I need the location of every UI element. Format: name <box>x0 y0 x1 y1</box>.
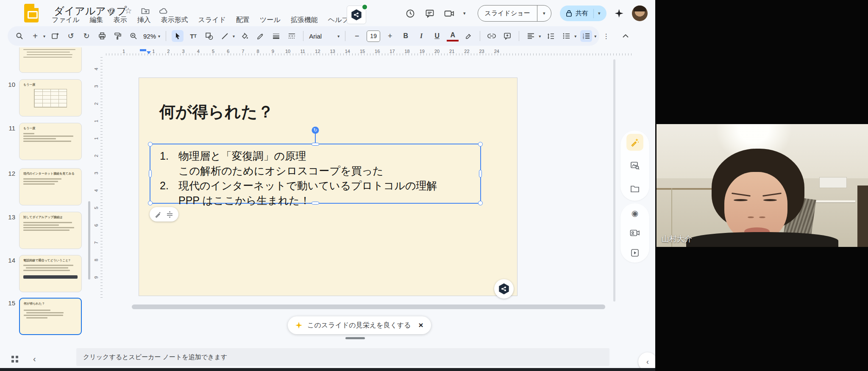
slide-thumbnail-12[interactable]: 現代のインターネット接続を見てみる <box>19 168 82 205</box>
border-weight-icon[interactable] <box>270 30 282 42</box>
slide-thumbnail-11[interactable]: もう一度 <box>19 123 82 160</box>
font-family-caret[interactable]: ▾ <box>337 34 339 39</box>
canvas-vertical-scrollbar[interactable] <box>613 59 615 302</box>
filmstrip-collapse-icon[interactable]: ‹ <box>33 354 36 364</box>
meet-dropdown-caret[interactable]: ▾ <box>463 11 466 16</box>
cloud-status-icon[interactable] <box>159 7 168 14</box>
move-folder-icon[interactable] <box>141 7 150 15</box>
resize-handle-nw[interactable] <box>148 142 153 147</box>
search-menus-icon[interactable] <box>14 30 25 42</box>
font-size-field[interactable]: 19 <box>367 30 380 42</box>
slide-thumbnail-15-selected[interactable]: 何が得られた？ <box>19 298 82 335</box>
menu-edit[interactable]: 編集 <box>90 16 103 25</box>
menu-arrange[interactable]: 配置 <box>236 16 250 25</box>
underline-button[interactable]: U <box>431 30 443 42</box>
bulleted-list-icon[interactable] <box>560 30 572 42</box>
border-dash-icon[interactable] <box>286 30 298 42</box>
text-suggestion-pill[interactable] <box>150 207 178 221</box>
select-tool[interactable] <box>172 30 184 42</box>
align-caret[interactable]: ▾ <box>539 34 541 39</box>
canvas-horizontal-scrollbar[interactable] <box>132 305 605 309</box>
star-icon[interactable]: ☆ <box>125 6 132 16</box>
resize-handle-w[interactable] <box>149 170 152 177</box>
notes-drag-handle[interactable] <box>345 337 365 339</box>
menu-help[interactable]: ヘルプ <box>328 16 349 25</box>
text-box-tool[interactable]: TT <box>187 30 199 42</box>
new-slide-button[interactable]: + <box>29 30 41 42</box>
resize-handle-sw[interactable] <box>148 201 153 205</box>
autofit-icon[interactable] <box>166 211 173 218</box>
resize-handle-se[interactable] <box>478 201 483 205</box>
numbered-list-caret[interactable]: ▾ <box>594 34 596 39</box>
zoom-caret[interactable]: ▾ <box>158 34 160 39</box>
zoom-level[interactable]: 92% <box>143 33 156 40</box>
resize-handle-ne[interactable] <box>478 142 483 147</box>
extension-slide-badge[interactable] <box>494 279 514 299</box>
font-size-decrease[interactable]: − <box>351 30 363 42</box>
line-spacing-icon[interactable] <box>545 30 556 42</box>
font-size-increase[interactable]: + <box>384 30 396 42</box>
add-comment-icon[interactable] <box>501 30 513 42</box>
slide-title[interactable]: 何が得られた？ <box>159 101 274 123</box>
speaker-notes[interactable]: クリックするとスピーカー ノートを追加できます <box>76 348 609 366</box>
gemini-sparkle-icon[interactable] <box>615 9 623 18</box>
slides-logo-icon[interactable] <box>24 4 39 22</box>
indent-marker-bar[interactable] <box>140 49 146 51</box>
menu-file[interactable]: ファイル <box>52 16 80 25</box>
enhance-slide-button[interactable] <box>626 134 643 151</box>
numbered-list-icon[interactable]: 123 <box>580 30 592 42</box>
print-icon[interactable] <box>96 30 108 42</box>
font-family-select[interactable]: Arial <box>309 33 335 40</box>
slide-thumbnail-14[interactable]: 電話回線で通信ってどういうこと? <box>19 255 82 292</box>
comments-icon[interactable] <box>424 8 435 19</box>
magic-rewrite-icon[interactable] <box>155 211 162 218</box>
slide-thumbnail-9-partial[interactable] <box>19 47 82 73</box>
resize-handle-e[interactable] <box>479 170 482 177</box>
meet-camera-icon[interactable] <box>444 8 455 19</box>
line-tool-caret[interactable]: ▾ <box>233 34 235 39</box>
screen-camera-icon[interactable] <box>626 224 643 241</box>
italic-button[interactable]: I <box>415 30 427 42</box>
image-search-icon[interactable] <box>626 157 643 174</box>
menu-extensions[interactable]: 拡張機能 <box>291 16 318 25</box>
slideshow-dropdown[interactable]: ▾ <box>537 6 551 21</box>
indent-marker-triangle[interactable] <box>147 51 151 54</box>
menu-tools[interactable]: ツール <box>260 16 281 25</box>
improve-slide-suggestion-bar[interactable]: このスライドの見栄えを良くする × <box>288 316 431 334</box>
bulleted-list-caret[interactable]: ▾ <box>574 34 576 39</box>
slide-canvas[interactable]: 何が得られた？ ↻ 1. 物理層と「変復調」の原理 この解析のためにオシロスコー… <box>139 78 517 296</box>
menu-insert[interactable]: 挿入 <box>137 16 151 25</box>
toolbar-collapse-icon[interactable] <box>620 30 632 42</box>
folder-icon[interactable] <box>626 180 643 197</box>
border-color-icon[interactable] <box>254 30 266 42</box>
account-avatar[interactable] <box>632 6 648 21</box>
redo-button[interactable]: ↻ <box>81 30 92 42</box>
filmstrip-scrollbar[interactable] <box>88 201 90 280</box>
highlight-color-icon[interactable] <box>462 30 474 42</box>
line-tool[interactable] <box>219 30 231 42</box>
undo-button[interactable]: ↺ <box>65 30 77 42</box>
mention-icon[interactable]: @ <box>108 7 115 15</box>
close-suggestion-icon[interactable]: × <box>419 321 423 330</box>
share-dropdown[interactable]: ▾ <box>593 9 605 18</box>
zoom-icon[interactable] <box>128 30 139 42</box>
share-button[interactable]: 共有 ▾ <box>560 6 606 21</box>
fill-color-icon[interactable] <box>239 30 250 42</box>
align-icon[interactable] <box>525 30 537 42</box>
more-options-icon[interactable]: ⋮ <box>600 30 612 42</box>
menu-view[interactable]: 表示 <box>114 16 127 25</box>
new-slide-caret[interactable]: ▾ <box>43 34 45 39</box>
extension-badge[interactable] <box>347 6 366 24</box>
shape-tool[interactable] <box>203 30 215 42</box>
play-button-icon[interactable] <box>626 244 643 261</box>
version-history-icon[interactable] <box>405 8 416 19</box>
slide-thumbnail-13[interactable]: 対してダイアルアップ接続は <box>19 212 82 249</box>
menu-slide[interactable]: スライド <box>198 16 226 25</box>
menu-format[interactable]: 表示形式 <box>161 16 188 25</box>
grid-view-icon[interactable] <box>11 355 19 363</box>
bold-button[interactable]: B <box>400 30 412 42</box>
slide-numbered-list[interactable]: 1. 物理層と「変復調」の原理 この解析のためにオシロスコープを買った 2. 現… <box>160 149 476 208</box>
selected-text-box[interactable]: ↻ 1. 物理層と「変復調」の原理 この解析のためにオシロスコープを買った <box>150 144 481 204</box>
rotation-handle[interactable]: ↻ <box>312 127 319 134</box>
text-color-button[interactable]: A <box>447 30 459 42</box>
